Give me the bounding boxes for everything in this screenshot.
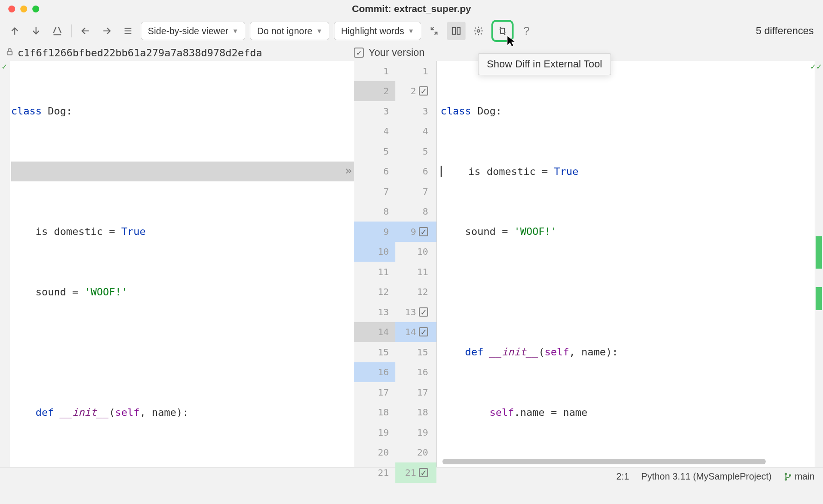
help-button[interactable]: ? [518, 23, 535, 39]
compare-previous-file-button[interactable] [77, 23, 94, 39]
title-bar: Commit: extract_super.py [0, 0, 823, 18]
ignore-label: Do not ignore [257, 26, 312, 36]
diff-toolbar: Side-by-side viewer ▼ Do not ignore ▼ Hi… [0, 18, 823, 44]
left-gutter[interactable]: 1 2 3 4 5 6 7 8 9 10 11 12 13 14 15 16 1… [354, 61, 395, 467]
previous-diff-button[interactable] [6, 23, 23, 39]
collapse-unchanged-button[interactable] [426, 23, 442, 39]
include-file-checkbox[interactable]: ✓ [354, 48, 364, 58]
tooltip-external-diff: Show Diff in External Tool [478, 53, 611, 75]
line-include-checkbox[interactable]: ✓ [419, 86, 428, 96]
svg-point-4 [785, 473, 787, 474]
line-include-checkbox[interactable]: ✓ [419, 468, 428, 477]
line-include-checkbox[interactable]: ✓ [419, 227, 428, 236]
line-include-checkbox[interactable]: ✓ [419, 327, 428, 336]
diff-body: ✓ class Dog: » is_domestic = True sound … [0, 61, 823, 467]
commit-hash: c1f6f1266bfbed22bb61a279a7a838d978d2efda [18, 47, 262, 59]
viewer-mode-label: Side-by-side viewer [148, 26, 229, 36]
close-window-button[interactable] [8, 6, 15, 12]
left-code-pane[interactable]: class Dog: » is_domestic = True sound = … [10, 61, 354, 467]
svg-rect-0 [453, 28, 455, 35]
line-number-gutters: 1 2 3 4 5 6 7 8 9 10 11 12 13 14 15 16 1… [354, 61, 436, 467]
line-include-checkbox[interactable]: ✓ [419, 307, 428, 317]
ignore-whitespace-select[interactable]: Do not ignore ▼ [250, 22, 329, 40]
svg-point-2 [477, 30, 480, 32]
external-diff-tool-button[interactable] [491, 20, 514, 42]
window-title: Commit: extract_super.py [0, 3, 823, 14]
chevron-down-icon: ▼ [232, 27, 239, 35]
highlight-mode-select[interactable]: Highlight words ▼ [334, 22, 421, 40]
jump-to-source-button[interactable] [49, 23, 66, 39]
viewer-mode-select[interactable]: Side-by-side viewer ▼ [141, 22, 245, 40]
ok-check-icon: ✓ [1, 62, 7, 71]
svg-point-5 [785, 479, 787, 480]
highlight-label: Highlight words [341, 26, 404, 36]
apply-right-button[interactable]: » [345, 162, 352, 182]
difference-count: 5 differences [756, 25, 817, 37]
ok-check-icon: ✓✓ [810, 62, 822, 71]
next-diff-button[interactable] [28, 23, 44, 39]
svg-rect-1 [457, 28, 460, 35]
minimize-window-button[interactable] [20, 6, 27, 12]
settings-button[interactable] [470, 23, 487, 39]
right-code-pane[interactable]: class Dog: is_domestic = True sound = 'W… [437, 61, 815, 467]
horizontal-scrollbar[interactable] [437, 459, 815, 465]
svg-rect-3 [7, 51, 12, 55]
svg-point-6 [789, 474, 791, 476]
right-gutter[interactable]: 1 2✓ 3 4 5 6 7 8 9✓ 10 11 12 13✓ 14✓ 15 … [395, 61, 436, 467]
your-version-label: Your version [369, 47, 424, 59]
chevron-down-icon: ▼ [316, 27, 322, 35]
maximize-window-button[interactable] [32, 6, 39, 12]
traffic-lights [8, 6, 39, 12]
chevron-down-icon: ▼ [408, 27, 414, 35]
show-files-button[interactable] [120, 23, 136, 39]
left-marker-strip[interactable]: ✓ [0, 61, 10, 467]
lock-icon [6, 47, 14, 58]
right-marker-strip[interactable]: ✓✓ [815, 61, 823, 467]
git-branch[interactable]: main [784, 471, 815, 482]
toolbar-separator [71, 24, 72, 37]
python-interpreter[interactable]: Python 3.11 (MySampleProject) [641, 471, 771, 482]
revision-row: c1f6f1266bfbed22bb61a279a7a838d978d2efda… [0, 44, 823, 61]
compare-next-file-button[interactable] [98, 23, 115, 39]
sync-scroll-button[interactable] [447, 22, 466, 40]
caret-position[interactable]: 2:1 [616, 471, 629, 482]
